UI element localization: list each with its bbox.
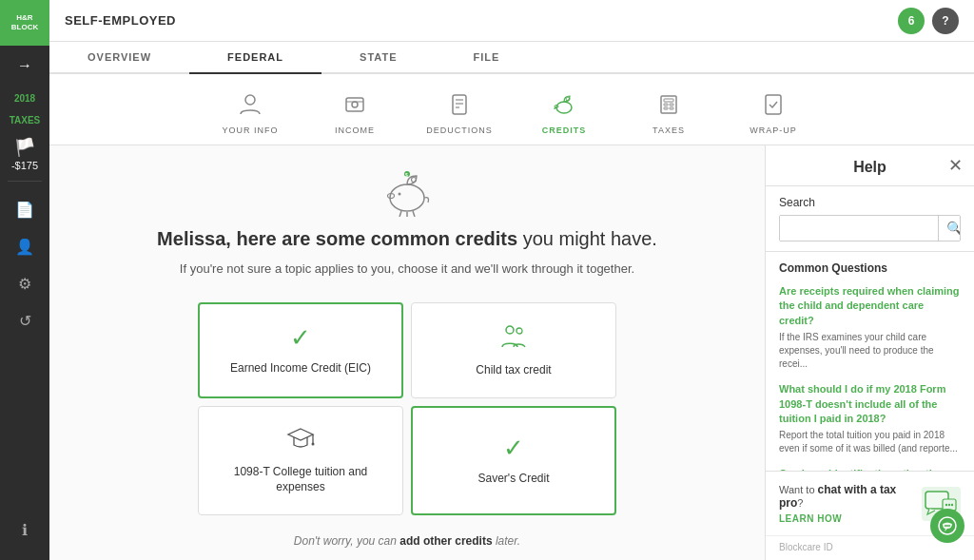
svg-rect-15 [670, 107, 673, 109]
app-title: SELF-EMPLOYED [65, 13, 176, 28]
cq-question-0[interactable]: Are receipts required when claiming the … [779, 284, 961, 328]
common-questions-title: Common Questions [779, 261, 961, 275]
hr-block-logo[interactable]: H&R BLOCK [0, 0, 49, 46]
your-info-icon [233, 87, 267, 122]
taxes-icon [652, 87, 686, 122]
svg-rect-0 [245, 95, 255, 105]
sidebar-collapse-button[interactable]: → [17, 46, 32, 86]
nav-tabs: OVERVIEW FEDERAL STATE FILE [49, 42, 974, 74]
floating-chat-button[interactable] [930, 509, 964, 543]
svg-rect-1 [346, 98, 363, 111]
svg-rect-12 [664, 104, 668, 106]
cq-item-0: Are receipts required when claiming the … [779, 284, 961, 371]
step-wrapup-label: WRAP-UP [750, 126, 797, 135]
topbar-icons: 6 ? [898, 8, 959, 34]
credit-college-tuition[interactable]: 1098-T College tuition and expenses [198, 406, 403, 516]
svg-point-37 [945, 525, 946, 527]
step-deductions[interactable]: DEDUCTIONS [407, 84, 512, 139]
credits-illustration: $ [379, 164, 436, 221]
credit-child-tax-label: Child tax credit [476, 362, 551, 378]
footer-end: later. [493, 534, 521, 548]
step-taxes-label: TAXES [653, 126, 685, 135]
svg-rect-14 [664, 107, 668, 109]
main-heading-normal: you might have. [517, 228, 657, 249]
help-close-button[interactable]: ✕ [948, 155, 963, 176]
step-icons: YOUR INFO INCOME DEDUCTIONS [49, 74, 974, 145]
sidebar: H&R BLOCK → 2018 TAXES 🏳️ -$175 📄 👤 ⚙ ↺ … [0, 0, 49, 560]
cq-item-1: What should I do if my 2018 Form 1098-T … [779, 382, 961, 455]
main-area: SELF-EMPLOYED 6 ? OVERVIEW FEDERAL STATE… [49, 0, 974, 560]
content-area: $ Melissa, here are some common credits … [49, 145, 974, 560]
help-search-area: Search 🔍 [766, 186, 974, 252]
credit-earned-income-label: Earned Income Credit (EIC) [230, 360, 371, 377]
tab-state[interactable]: STATE [321, 42, 435, 74]
checkmark-icon: ✓ [290, 323, 311, 353]
sidebar-documents-icon[interactable]: 📄 [15, 191, 34, 228]
svg-marker-28 [288, 429, 313, 440]
footer-bold[interactable]: add other credits [399, 534, 492, 548]
step-taxes[interactable]: TAXES [616, 84, 721, 139]
sidebar-info-icon[interactable]: ℹ [22, 512, 28, 549]
topbar: SELF-EMPLOYED 6 ? [49, 0, 974, 42]
savers-checkmark-icon: ✓ [503, 434, 524, 463]
svg-line-23 [413, 211, 415, 217]
tab-federal[interactable]: FEDERAL [189, 42, 321, 74]
svg-rect-16 [766, 95, 781, 114]
help-search-label: Search [779, 196, 961, 209]
footer-note: Don't worry, you can add other credits l… [294, 534, 520, 548]
tab-file[interactable]: FILE [435, 42, 537, 74]
chat-learn-button[interactable]: LEARN HOW [779, 513, 914, 524]
cq-answer-1: Report the total tuition you paid in 201… [779, 429, 961, 455]
help-header: Help ✕ [766, 145, 974, 186]
credit-college-label: 1098-T College tuition and expenses [214, 464, 387, 496]
help-panel: Help ✕ Search 🔍 Common Questions Are rec… [765, 145, 974, 560]
credits-icon [547, 87, 581, 122]
svg-point-2 [352, 102, 358, 107]
svg-point-30 [312, 442, 315, 445]
sidebar-user-icon[interactable]: 👤 [15, 228, 34, 265]
credit-child-tax[interactable]: Child tax credit [411, 302, 616, 398]
step-your-info-label: YOUR INFO [222, 126, 278, 135]
svg-point-17 [390, 184, 424, 211]
step-your-info[interactable]: YOUR INFO [198, 84, 302, 139]
credit-savers-label: Saver's Credit [478, 471, 550, 487]
notifications-button[interactable]: 6 [898, 8, 925, 34]
svg-rect-3 [453, 95, 466, 114]
cq-question-1[interactable]: What should I do if my 2018 Form 1098-T … [779, 382, 961, 426]
step-credits-label: CREDITS [542, 126, 587, 135]
sidebar-taxes-label: TAXES [10, 107, 41, 129]
credit-savers[interactable]: ✓ Saver's Credit [411, 406, 616, 516]
sidebar-refresh-icon[interactable]: ↺ [19, 302, 31, 339]
main-heading-bold: Melissa, here are some common credits [157, 228, 517, 249]
help-search-input[interactable] [780, 216, 938, 241]
step-income[interactable]: INCOME [302, 84, 407, 139]
main-sub-text: If you're not sure a topic applies to yo… [180, 260, 634, 280]
svg-point-33 [945, 503, 947, 505]
income-icon [338, 87, 372, 122]
sidebar-year-label: 2018 [14, 86, 35, 107]
graduation-icon [286, 426, 315, 456]
deductions-icon [442, 87, 477, 122]
common-questions: Common Questions Are receipts required w… [766, 252, 974, 471]
main-content: $ Melissa, here are some common credits … [49, 145, 765, 560]
sidebar-refund-amount: -$175 [11, 160, 38, 171]
svg-point-7 [556, 102, 572, 113]
help-button[interactable]: ? [932, 8, 959, 34]
tab-overview[interactable]: OVERVIEW [49, 42, 189, 74]
people-icon [498, 322, 529, 355]
svg-text:$: $ [405, 172, 408, 178]
svg-point-34 [948, 503, 950, 505]
svg-point-26 [506, 326, 514, 334]
chat-suffix: ? [797, 497, 803, 509]
step-wrapup[interactable]: WRAP-UP [721, 84, 826, 139]
svg-point-39 [948, 525, 950, 527]
sidebar-settings-icon[interactable]: ⚙ [18, 265, 31, 302]
main-heading: Melissa, here are some common credits yo… [157, 228, 657, 250]
help-search-button[interactable]: 🔍 [938, 216, 961, 241]
svg-rect-13 [670, 104, 673, 106]
chat-text: Want to chat with a tax pro? [779, 483, 914, 510]
footer-normal: Don't worry, you can [294, 534, 399, 548]
credit-earned-income[interactable]: ✓ Earned Income Credit (EIC) [198, 302, 403, 398]
credits-grid: ✓ Earned Income Credit (EIC) Child tax c… [198, 302, 616, 515]
step-credits[interactable]: CREDITS [512, 84, 616, 139]
